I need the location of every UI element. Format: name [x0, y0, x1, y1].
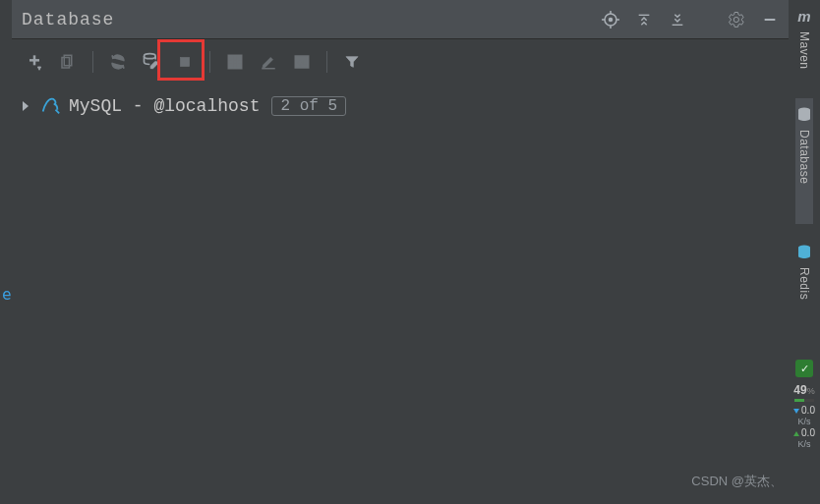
network-status-panel: 49% 0.0 K/s 0.0 K/s [789, 358, 820, 453]
database-icon [795, 106, 813, 124]
filter-icon[interactable] [339, 49, 365, 75]
download-arrow-icon [793, 409, 799, 414]
datasource-label: MySQL - @localhost [69, 96, 260, 116]
watermark-text: CSDN @英杰、 [691, 473, 783, 490]
svg-text:QL: QL [297, 59, 306, 67]
download-rate: 0.0 [801, 406, 815, 416]
edit-icon[interactable] [256, 49, 281, 75]
data-source-properties-button[interactable] [139, 49, 164, 75]
stop-button[interactable] [172, 49, 198, 75]
new-datasource-button[interactable] [22, 49, 47, 75]
sidebar-item-database[interactable]: Database [795, 98, 813, 224]
database-toolbar: QL [12, 39, 789, 84]
sidebar-item-label: Database [797, 130, 811, 184]
mysql-datasource-icon [39, 95, 61, 117]
redis-icon [795, 244, 813, 261]
minimize-panel-icon[interactable] [761, 11, 779, 28]
copy-ddl-button[interactable] [55, 49, 81, 75]
svg-marker-24 [346, 56, 358, 67]
locate-target-icon[interactable] [602, 11, 619, 28]
svg-point-1 [610, 18, 613, 21]
svg-marker-25 [23, 101, 29, 111]
chevron-right-icon[interactable] [20, 100, 31, 112]
svg-text:m: m [797, 8, 810, 25]
download-unit: K/s [797, 417, 810, 426]
left-gutter: e [0, 0, 12, 504]
settings-gear-icon[interactable] [728, 11, 745, 28]
svg-rect-16 [228, 55, 242, 69]
database-panel-header: Database [12, 0, 789, 39]
sidebar-item-redis[interactable]: Redis [795, 236, 813, 320]
sidebar-item-label: Redis [797, 267, 811, 300]
cpu-usage-value: 49 [793, 383, 806, 397]
protection-badge [795, 360, 813, 377]
svg-point-14 [145, 53, 156, 58]
upload-arrow-icon [793, 431, 799, 436]
expand-all-icon[interactable] [635, 11, 653, 28]
usage-bar [794, 399, 814, 402]
table-row[interactable]: MySQL - @localhost 2 of 5 [20, 92, 781, 120]
schema-count-badge: 2 of 5 [271, 96, 346, 116]
sidebar-item-label: Maven [797, 31, 811, 70]
panel-title: Database [22, 10, 602, 29]
maven-icon: m [795, 8, 813, 26]
table-view-icon[interactable] [222, 49, 248, 75]
refresh-button[interactable] [105, 49, 131, 75]
upload-rate: 0.0 [801, 428, 815, 438]
upload-unit: K/s [797, 439, 810, 449]
datasource-tree: MySQL - @localhost 2 of 5 [12, 84, 789, 504]
svg-marker-11 [37, 67, 40, 70]
collapse-all-icon[interactable] [669, 11, 686, 28]
query-console-icon[interactable]: QL [289, 49, 315, 75]
svg-rect-15 [180, 57, 189, 66]
sidebar-item-maven[interactable]: m Maven [795, 0, 813, 98]
left-e-char: e [2, 285, 12, 304]
